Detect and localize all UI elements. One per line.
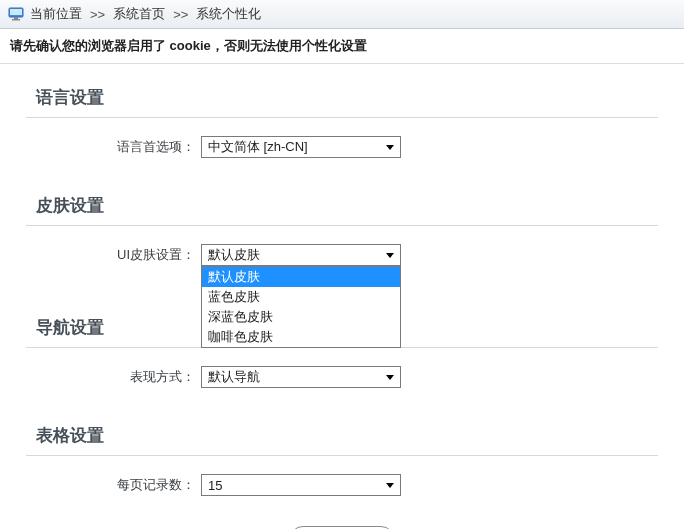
- chevron-down-icon: [386, 483, 394, 488]
- chevron-down-icon: [386, 375, 394, 380]
- breadcrumb-sep: >>: [90, 7, 105, 22]
- monitor-icon: [8, 6, 24, 22]
- cookie-notice: 请先确认您的浏览器启用了 cookie，否则无法使用个性化设置: [0, 29, 684, 64]
- svg-rect-3: [12, 19, 20, 21]
- pagesize-select-value: 15: [208, 478, 222, 493]
- skin-select[interactable]: 默认皮肤: [201, 244, 401, 266]
- language-select-value: 中文简体 [zh-CN]: [208, 138, 308, 156]
- svg-rect-1: [10, 9, 22, 15]
- skin-select-value: 默认皮肤: [208, 246, 260, 264]
- skin-dropdown: 默认皮肤 蓝色皮肤 深蓝色皮肤 咖啡色皮肤: [201, 266, 401, 348]
- skin-label: UI皮肤设置：: [26, 246, 201, 264]
- skin-option[interactable]: 默认皮肤: [202, 267, 400, 287]
- language-select[interactable]: 中文简体 [zh-CN]: [201, 136, 401, 158]
- breadcrumb-home[interactable]: 系统首页: [113, 5, 165, 23]
- nav-label: 表现方式：: [26, 368, 201, 386]
- language-label: 语言首选项：: [26, 138, 201, 156]
- nav-select-value: 默认导航: [208, 368, 260, 386]
- breadcrumb: 当前位置 >> 系统首页 >> 系统个性化: [0, 0, 684, 29]
- table-label: 每页记录数：: [26, 476, 201, 494]
- breadcrumb-current-label: 当前位置: [30, 5, 82, 23]
- pagesize-select[interactable]: 15: [201, 474, 401, 496]
- section-title-skin: 皮肤设置: [26, 186, 658, 226]
- nav-select[interactable]: 默认导航: [201, 366, 401, 388]
- breadcrumb-page: 系统个性化: [196, 5, 261, 23]
- skin-option[interactable]: 深蓝色皮肤: [202, 307, 400, 327]
- section-title-table: 表格设置: [26, 416, 658, 456]
- breadcrumb-sep: >>: [173, 7, 188, 22]
- section-title-language: 语言设置: [26, 78, 658, 118]
- chevron-down-icon: [386, 145, 394, 150]
- skin-option[interactable]: 蓝色皮肤: [202, 287, 400, 307]
- chevron-down-icon: [386, 253, 394, 258]
- svg-rect-2: [14, 17, 18, 19]
- skin-option[interactable]: 咖啡色皮肤: [202, 327, 400, 347]
